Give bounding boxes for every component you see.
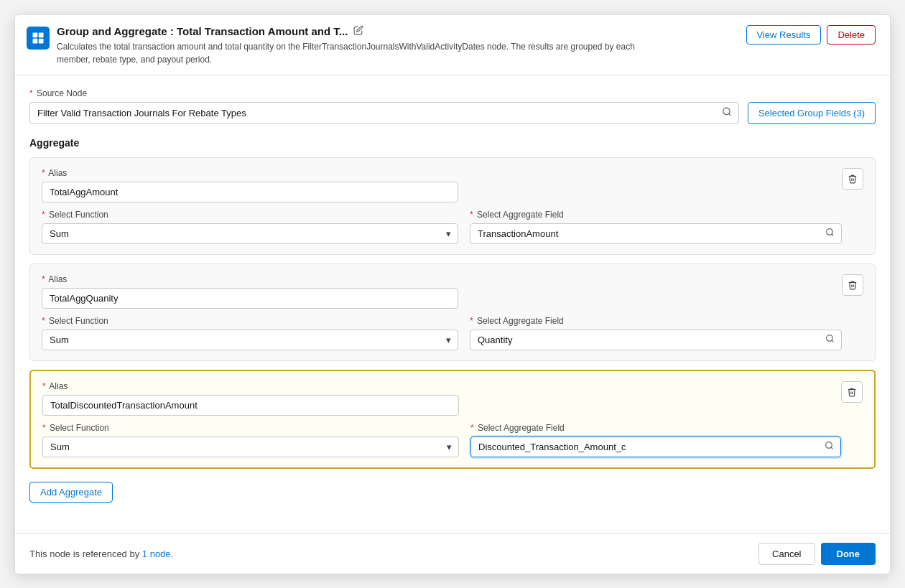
modal-footer: This node is referenced by 1 node. Cance… — [15, 533, 890, 574]
svg-point-10 — [826, 442, 832, 449]
source-node-label: * Source Node — [29, 88, 739, 98]
delete-card-2-button[interactable] — [842, 274, 863, 296]
agg-field-search-icon-1 — [825, 228, 835, 239]
svg-point-8 — [827, 335, 833, 342]
function-select-wrap-3: Sum Count Avg Min Max — [42, 437, 459, 457]
bottom-row-1: * Select Function Sum Count Avg Min Max — [42, 210, 842, 244]
svg-point-4 — [723, 108, 730, 114]
reference-link[interactable]: 1 node. — [142, 549, 173, 559]
alias-input-2[interactable] — [42, 288, 458, 309]
svg-rect-1 — [39, 32, 44, 37]
alias-row-3: * Alias — [42, 381, 841, 416]
agg-field-wrap-3: * Select Aggregate Field — [470, 423, 841, 457]
function-wrap-1: * Select Function Sum Count Avg Min Max — [42, 210, 458, 244]
function-select-3[interactable]: Sum Count Avg Min Max — [42, 437, 459, 457]
agg-field-search-icon-2 — [825, 334, 835, 345]
alias-label-1: * Alias — [42, 168, 842, 178]
function-select-1[interactable]: Sum Count Avg Min Max — [42, 223, 458, 244]
function-label-1: * Select Function — [42, 210, 458, 220]
modal-body: * Source Node Selected Group Fields (3) … — [15, 75, 890, 533]
svg-rect-3 — [39, 38, 44, 43]
delete-card-3-button[interactable] — [841, 381, 863, 403]
agg-field-input-wrap-3 — [470, 437, 841, 457]
function-select-2[interactable]: Sum Count Avg Min Max — [42, 330, 458, 350]
aggregate-card-3: * Alias * Select Function — [29, 370, 876, 469]
svg-rect-0 — [33, 32, 38, 37]
alias-row-2: * Alias — [42, 274, 842, 309]
bottom-row-2: * Select Function Sum Count Avg Min Max — [42, 316, 842, 350]
function-label-2: * Select Function — [42, 316, 458, 326]
source-search-icon — [722, 107, 732, 119]
delete-card-1-button[interactable] — [842, 168, 863, 190]
alias-label-2: * Alias — [42, 274, 842, 284]
bottom-row-3: * Select Function Sum Count Avg Min Max — [42, 423, 841, 457]
agg-field-input-3[interactable] — [470, 437, 841, 457]
card-top-row-3: * Alias * Select Function — [42, 381, 863, 457]
agg-field-label-1: * Select Aggregate Field — [470, 210, 842, 220]
title-text: Group and Aggregate : Total Transaction … — [57, 25, 348, 37]
svg-line-9 — [832, 340, 833, 342]
svg-line-11 — [831, 447, 832, 449]
card-fields-2: * Alias * Select Function — [42, 274, 842, 350]
svg-line-5 — [729, 113, 731, 116]
alias-input-3[interactable] — [42, 395, 459, 416]
agg-field-label-2: * Select Aggregate Field — [470, 316, 842, 326]
add-aggregate-button[interactable]: Add Aggregate — [29, 482, 113, 503]
header-title: Group and Aggregate : Total Transaction … — [57, 25, 746, 37]
card-top-row-1: * Alias * Select Function — [42, 168, 863, 244]
agg-field-input-2[interactable] — [470, 330, 842, 350]
delete-button[interactable]: Delete — [827, 25, 876, 45]
agg-field-label-3: * Select Aggregate Field — [470, 423, 841, 433]
svg-line-7 — [832, 234, 833, 235]
header-title-block: Group and Aggregate : Total Transaction … — [57, 25, 746, 66]
function-select-wrap-2: Sum Count Avg Min Max — [42, 330, 458, 350]
header-actions: View Results Delete — [746, 25, 876, 45]
card-top-row-2: * Alias * Select Function — [42, 274, 863, 350]
done-button[interactable]: Done — [821, 543, 876, 565]
source-node-input[interactable] — [29, 102, 739, 124]
header-left: Group and Aggregate : Total Transaction … — [27, 25, 746, 66]
svg-point-6 — [827, 229, 833, 235]
alias-row-1: * Alias — [42, 168, 842, 202]
aggregate-card-1: * Alias * Select Function — [29, 157, 876, 255]
edit-icon[interactable] — [353, 25, 363, 37]
function-select-wrap-1: Sum Count Avg Min Max — [42, 223, 458, 244]
header-description: Calculates the total transaction amount … — [57, 40, 646, 66]
modal-header: Group and Aggregate : Total Transaction … — [15, 15, 890, 75]
svg-rect-2 — [33, 38, 38, 43]
reference-text: This node is referenced by — [29, 549, 142, 559]
source-node-wrap: * Source Node — [29, 88, 739, 124]
card-fields-1: * Alias * Select Function — [42, 168, 842, 244]
alias-label-3: * Alias — [42, 381, 841, 391]
view-results-button[interactable]: View Results — [746, 25, 822, 45]
footer-reference: This node is referenced by 1 node. — [29, 549, 173, 559]
agg-field-wrap-2: * Select Aggregate Field — [470, 316, 842, 350]
footer-actions: Cancel Done — [758, 543, 876, 565]
modal-container: Group and Aggregate : Total Transaction … — [14, 14, 891, 574]
agg-field-input-1[interactable] — [470, 223, 842, 244]
alias-input-1[interactable] — [42, 182, 458, 202]
function-wrap-3: * Select Function Sum Count Avg Min Max — [42, 423, 459, 457]
agg-field-search-icon-3 — [825, 441, 834, 452]
agg-field-wrap-1: * Select Aggregate Field — [470, 210, 842, 244]
aggregate-card-2: * Alias * Select Function — [29, 263, 876, 361]
cancel-button[interactable]: Cancel — [758, 543, 814, 565]
function-label-3: * Select Function — [42, 423, 459, 433]
selected-group-fields-button[interactable]: Selected Group Fields (3) — [748, 102, 876, 124]
agg-field-input-wrap-1 — [470, 223, 842, 244]
source-node-row: * Source Node Selected Group Fields (3) — [29, 88, 876, 124]
node-icon — [27, 27, 50, 50]
function-wrap-2: * Select Function Sum Count Avg Min Max — [42, 316, 458, 350]
agg-field-input-wrap-2 — [470, 330, 842, 350]
aggregate-section-title: Aggregate — [29, 137, 876, 149]
card-fields-3: * Alias * Select Function — [42, 381, 841, 457]
